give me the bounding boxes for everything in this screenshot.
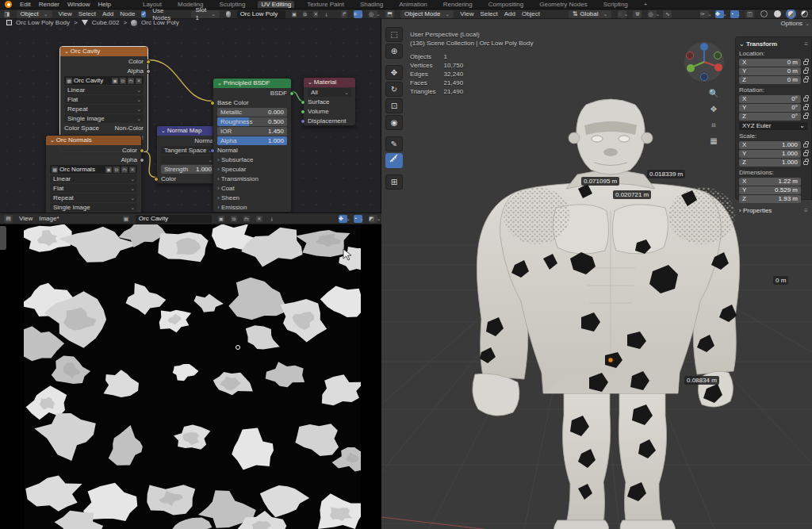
location-z-field[interactable]: Z0 m	[739, 76, 801, 84]
node-header[interactable]: Principled BSDF	[213, 79, 291, 88]
falloff-curve-icon[interactable]: ∿	[663, 10, 672, 18]
viewport-3d[interactable]: ⬒ Object Mode View Select Add Object ⇅Gl…	[381, 10, 812, 529]
socket-color-in[interactable]	[154, 177, 159, 182]
uv-map-field[interactable]	[161, 155, 215, 164]
section-subsurface[interactable]: Subsurface	[217, 155, 287, 164]
extension-dropdown[interactable]: Repeat	[64, 105, 144, 113]
slot-dropdown[interactable]: Slot 1	[191, 10, 220, 18]
image-name-field[interactable]: Orc Cavity	[136, 215, 212, 223]
rotation-z-field[interactable]: Z0°	[739, 113, 801, 121]
options-dropdown[interactable]: Options	[781, 20, 810, 27]
measure-tool[interactable]	[385, 153, 403, 168]
copy-icon[interactable]: ⧉	[120, 78, 126, 84]
gizmos-dropdown-icon[interactable]: ✥	[715, 10, 724, 18]
vp-menu-add[interactable]: Add	[504, 10, 515, 17]
rotation-mode-dropdown[interactable]: XYZ Euler⌄	[739, 122, 808, 130]
move-tool[interactable]: ✥	[385, 65, 403, 80]
editor-type-icon[interactable]: ⬒	[385, 10, 394, 18]
ior-slider[interactable]: IOR1.450	[217, 127, 287, 136]
dimensions-y-field[interactable]: Y0.529 m	[739, 186, 801, 194]
tab-sculpting[interactable]: Sculpting	[216, 1, 248, 8]
vp-menu-select[interactable]: Select	[480, 10, 497, 17]
lock-icon[interactable]	[803, 144, 808, 148]
tab-animation[interactable]: Animation	[396, 1, 431, 8]
lock-icon[interactable]	[803, 79, 808, 82]
node-normal-map[interactable]: Normal Map Normal Tangent Space Strength…	[156, 125, 220, 184]
orientation-dropdown[interactable]: ⇅Global	[569, 10, 612, 18]
image-browse-icon[interactable]: ▦	[66, 78, 72, 84]
image-menu-image[interactable]: Image*	[39, 215, 59, 222]
projection-dropdown[interactable]: Flat	[64, 95, 144, 104]
dimensions-x-field[interactable]: X1.22 m	[739, 178, 801, 186]
select-box-tool[interactable]: ⬚	[385, 27, 403, 42]
cursor-tool[interactable]: ⊕	[385, 44, 403, 59]
editor-type-icon[interactable]: ◨	[4, 10, 10, 18]
input-base-color[interactable]: Base Color	[217, 98, 287, 107]
node-orc-normals[interactable]: Orc Normals Color Alpha ▦Orc Normals▣⧉🗀✕…	[45, 135, 142, 213]
folder-icon[interactable]: 🗀	[128, 78, 134, 84]
panel-grip-icon[interactable]: ≡	[804, 40, 808, 48]
shader-menu-view[interactable]: View	[59, 10, 72, 17]
input-color[interactable]: Color	[161, 174, 215, 183]
alpha-slider[interactable]: Alpha1.000	[217, 136, 287, 145]
scale-x-field[interactable]: X1.000	[739, 141, 801, 149]
open-image-folder-icon[interactable]: 🗀	[243, 216, 250, 222]
uv-texture-view[interactable]	[24, 224, 361, 529]
socket-alpha-out[interactable]	[146, 69, 151, 74]
copy-image-icon[interactable]: ⧉	[231, 216, 237, 222]
strength-slider[interactable]: Strength1.000	[161, 165, 215, 174]
roughness-slider[interactable]: Roughness0.500	[217, 117, 287, 126]
image-browse-icon[interactable]: ▦	[52, 167, 58, 173]
input-volume[interactable]: Volume	[308, 107, 351, 116]
projection-dropdown[interactable]: Flat	[50, 184, 137, 193]
socket-base-color-in[interactable]	[210, 101, 215, 105]
input-displacement[interactable]: Displacement	[308, 117, 351, 125]
close-icon[interactable]: ✕	[129, 167, 136, 173]
tab-texture-paint[interactable]: Texture Paint	[304, 1, 347, 8]
location-y-field[interactable]: Y0 m	[739, 67, 801, 75]
output-bsdf[interactable]: BSDF	[217, 89, 287, 98]
node-material-output[interactable]: Material Output All Surface Volume Displ…	[303, 77, 356, 126]
annotate-tool[interactable]: ✎	[385, 136, 403, 151]
parent-node-icon[interactable]: ↱	[341, 10, 347, 18]
pan-view-icon[interactable]: ✥	[707, 103, 720, 116]
section-specular[interactable]: Specular	[217, 165, 287, 174]
scale-z-field[interactable]: Z1.000	[739, 159, 801, 167]
unlink-material-icon[interactable]: ✕	[313, 11, 318, 17]
tab-compositing[interactable]: Compositing	[485, 1, 527, 8]
location-x-field[interactable]: X0 m	[739, 59, 801, 67]
copy-icon[interactable]: ⧉	[113, 167, 120, 173]
image-datablock[interactable]: ▦Orc Normals▣⧉🗀✕	[50, 165, 137, 174]
output-color[interactable]: Color	[64, 57, 144, 66]
snapping-icon[interactable]: ⌗	[354, 10, 362, 18]
node-header[interactable]: Orc Cavity	[60, 47, 147, 56]
image-datablock[interactable]: ▦Orc Cavity▣⧉🗀✕	[64, 76, 144, 85]
shader-node-canvas[interactable]: Orc Low Poly Body > Cube.002 > Orc Low P…	[0, 10, 381, 213]
shader-type-dropdown[interactable]: Object	[17, 10, 52, 18]
transform-tool[interactable]: ◉	[385, 115, 403, 130]
node-header[interactable]: Normal Map	[157, 126, 219, 136]
rotation-x-field[interactable]: X0°	[739, 95, 801, 103]
tab-rendering[interactable]: Rendering	[440, 1, 476, 8]
camera-view-icon[interactable]: ⌗	[707, 119, 720, 132]
overlays-dropdown-icon[interactable]: ◔	[730, 10, 739, 18]
proportional-edit-icon[interactable]: ◎	[648, 10, 657, 18]
socket-color-out[interactable]	[140, 148, 144, 153]
shader-menu-select[interactable]: Select	[79, 10, 96, 17]
tab-shading[interactable]: Shading	[357, 1, 386, 8]
transform-section-toggle[interactable]: ⌄ Transform	[739, 40, 777, 48]
colorspace-row[interactable]: Color SpaceNon-Color	[64, 124, 144, 132]
extension-dropdown[interactable]: Repeat	[50, 194, 137, 202]
socket-color-out[interactable]	[146, 59, 151, 64]
scale-tool[interactable]: ⊡	[385, 98, 403, 113]
editor-type-icon[interactable]: ▤	[4, 215, 13, 223]
menu-edit[interactable]: Edit	[20, 1, 31, 8]
vp-menu-object[interactable]: Object	[522, 10, 540, 17]
dimensions-z-field[interactable]: Z1.93 m	[739, 195, 801, 203]
tab-geometry-nodes[interactable]: Geometry Nodes	[536, 1, 590, 8]
output-alpha[interactable]: Alpha	[50, 155, 137, 164]
lock-icon[interactable]	[803, 161, 808, 165]
viewport-canvas[interactable]: User Perspective (Local) (136) Scene Col…	[381, 19, 812, 529]
navigation-gizmo[interactable]	[684, 41, 725, 82]
output-alpha[interactable]: Alpha	[64, 67, 144, 75]
